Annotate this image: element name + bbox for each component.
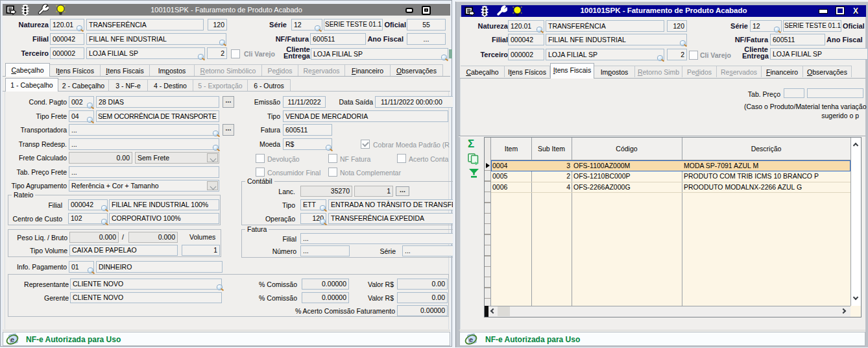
svg-text:e: e <box>10 336 14 343</box>
svg-text:e: e <box>469 336 473 343</box>
